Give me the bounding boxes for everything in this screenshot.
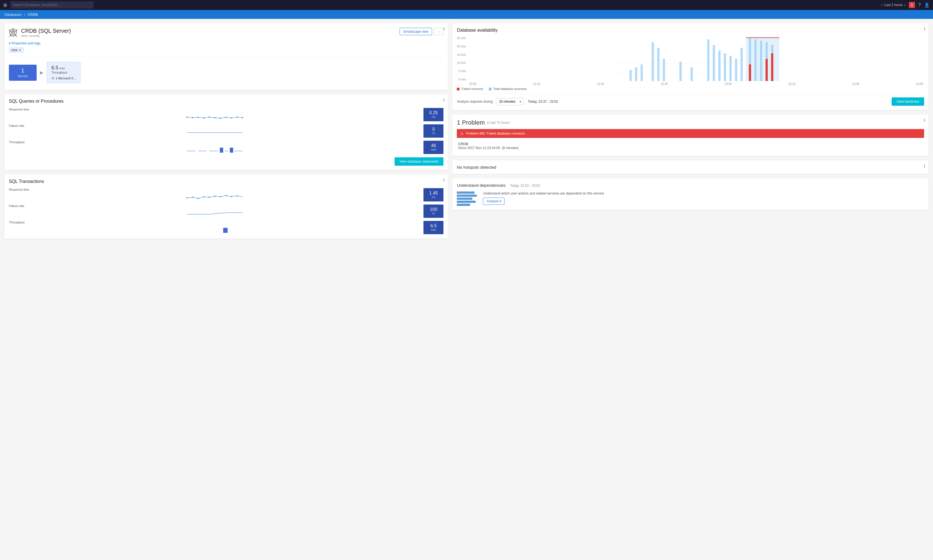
gear-icon: ⚙ — [51, 76, 54, 80]
svg-point-7 — [225, 117, 227, 118]
breadcrumb-databases[interactable]: Databases — [5, 12, 22, 17]
grid-icon[interactable]: ⊞ — [3, 3, 7, 8]
sql-queries-info-icon[interactable]: ℹ — [443, 98, 444, 102]
svg-rect-42 — [663, 59, 665, 81]
throughput-label: Throughput — [9, 140, 34, 144]
tx-throughput-value: 6.5 /min — [424, 221, 443, 234]
svg-rect-51 — [740, 48, 743, 81]
tx-failure-rate-label: Failure rate — [9, 204, 34, 208]
top-navigation: ⊞ ‹ Last 2 hours › 1 ? 👤 — [0, 0, 933, 10]
availability-info-icon[interactable]: ℹ — [924, 27, 925, 31]
tx-throughput-label: Throughput — [9, 221, 34, 224]
svg-rect-40 — [652, 42, 654, 81]
svg-rect-48 — [724, 53, 726, 81]
notification-badge[interactable]: 1 — [909, 2, 915, 8]
tx-failure-rate-value: 100 % — [424, 205, 443, 218]
help-icon[interactable]: ? — [918, 3, 921, 8]
service-flow: 1 Service ▶ 6.5 /min Throughput ⚙ 1 Micr… — [9, 60, 443, 85]
availability-card: ℹ Database availability 25 /min 20 /min … — [452, 23, 928, 110]
svg-point-20 — [192, 197, 193, 198]
svg-point-9 — [236, 117, 238, 118]
search-input[interactable] — [10, 2, 94, 9]
response-time-row: Response time — [9, 108, 443, 121]
dependencies-visual — [457, 191, 479, 205]
time-next-button[interactable]: › — [904, 3, 905, 7]
svg-point-21 — [197, 198, 199, 199]
more-button[interactable]: ··· — [434, 28, 443, 35]
entity-header: 🕸 CRDB (SQL Server) Seen recently Smarts… — [9, 28, 443, 38]
breadcrumb: Databases › CRDB — [0, 10, 933, 19]
failure-rate-sparkline — [9, 128, 421, 138]
analyze-button[interactable]: Analyze it — [483, 198, 504, 205]
tag-rpa: RPA ✕ — [9, 48, 24, 53]
svg-point-25 — [220, 196, 221, 198]
view-backtrace-button[interactable]: View backtrace — [891, 97, 924, 106]
problem-subtitle: in last 72 hours — [487, 121, 509, 125]
dep-lines — [457, 191, 479, 206]
warning-icon: ⚠ — [460, 131, 464, 136]
tx-response-time-sparkline — [9, 192, 421, 202]
dependencies-card: Understand dependencies Today, 21:52 - 2… — [452, 178, 928, 210]
time-navigation: ‹ Last 2 hours › — [881, 3, 905, 7]
svg-rect-49 — [729, 56, 732, 81]
svg-rect-37 — [629, 70, 632, 81]
availability-title: Database availability — [457, 28, 924, 33]
problem-db-name: CRDB — [458, 142, 923, 146]
entity-actions: Smartscape view ··· — [399, 28, 443, 35]
throughput-value: 46 /min — [424, 141, 443, 154]
analyze-bar: Analyze requests during 15 minutes 30 mi… — [457, 94, 924, 106]
no-hotspots-card: ℹ No hotspots detected — [452, 160, 928, 174]
problem-since: Since 2017 Nov 13 23:44:00 (8 minutes) — [458, 146, 923, 150]
svg-point-6 — [220, 118, 221, 119]
problem-header: 1 Problem in last 72 hours — [457, 119, 924, 126]
svg-rect-54 — [760, 41, 762, 81]
user-icon[interactable]: 👤 — [924, 3, 930, 8]
chart-legend: Failed connects Total database accesses — [457, 87, 924, 91]
breadcrumb-separator: › — [24, 12, 25, 17]
response-time-value: 0.25 ms — [424, 108, 443, 121]
dependencies-time-range: Today, 21:52 - 23:52 — [510, 184, 540, 188]
properties-toggle[interactable]: ▾ Properties and tags — [9, 42, 443, 45]
tx-throughput-sparkline — [9, 225, 421, 234]
time-prev-button[interactable]: ‹ — [881, 3, 883, 7]
svg-point-26 — [225, 195, 227, 197]
svg-rect-39 — [641, 65, 643, 81]
svg-rect-44 — [691, 67, 693, 81]
dependencies-description: Understand which user actions and relate… — [483, 191, 924, 205]
sql-transactions-card: ℹ SQL Transactions Response time — [5, 175, 448, 238]
hotspots-info-icon[interactable]: ℹ — [924, 164, 925, 168]
failure-rate-value: 0 % — [424, 124, 443, 138]
svg-rect-45 — [707, 39, 709, 81]
view-statements-button[interactable]: View database statements — [395, 157, 444, 166]
smartscape-button[interactable]: Smartscape view — [399, 28, 432, 35]
sql-queries-metrics: Response time — [9, 108, 443, 154]
svg-point-0 — [186, 117, 188, 118]
svg-point-28 — [236, 195, 238, 197]
no-hotspots-title: No hotspots detected — [457, 165, 924, 169]
problem-alert-title: Problem 882: Failed database connects — [466, 132, 524, 135]
failed-connects-legend-dot — [457, 88, 460, 91]
response-time-label: Response time — [9, 108, 34, 111]
problem-alert[interactable]: ⚠ Problem 882: Failed database connects — [457, 129, 924, 138]
service-box[interactable]: 1 Service — [9, 65, 37, 81]
svg-point-1 — [192, 117, 193, 118]
time-window-select-wrap: 15 minutes 30 minutes 1 hour — [496, 98, 523, 105]
problems-info-icon[interactable]: ℹ — [924, 118, 925, 122]
svg-rect-58 — [766, 59, 768, 81]
analyze-label: Analyze requests during — [457, 100, 493, 103]
time-window-select[interactable]: 15 minutes 30 minutes 1 hour — [496, 98, 523, 105]
svg-point-2 — [197, 117, 199, 118]
right-column: ℹ Database availability 25 /min 20 /min … — [452, 23, 928, 555]
svg-rect-41 — [657, 48, 660, 81]
sql-transactions-info-icon[interactable]: ℹ — [443, 178, 444, 182]
entity-info-icon[interactable]: ℹ — [443, 27, 444, 31]
chevron-down-icon: ▾ — [9, 42, 11, 45]
svg-rect-17 — [230, 148, 233, 152]
svg-point-22 — [203, 196, 204, 198]
tag-remove-icon[interactable]: ✕ — [19, 48, 21, 52]
svg-point-8 — [231, 117, 232, 119]
entity-icon: 🕸 — [9, 28, 18, 38]
total-accesses-legend-dot — [489, 88, 492, 91]
ms-item[interactable]: ⚙ 1 Microsoft S... — [51, 76, 76, 80]
entity-title: CRDB (SQL Server) — [21, 28, 71, 34]
